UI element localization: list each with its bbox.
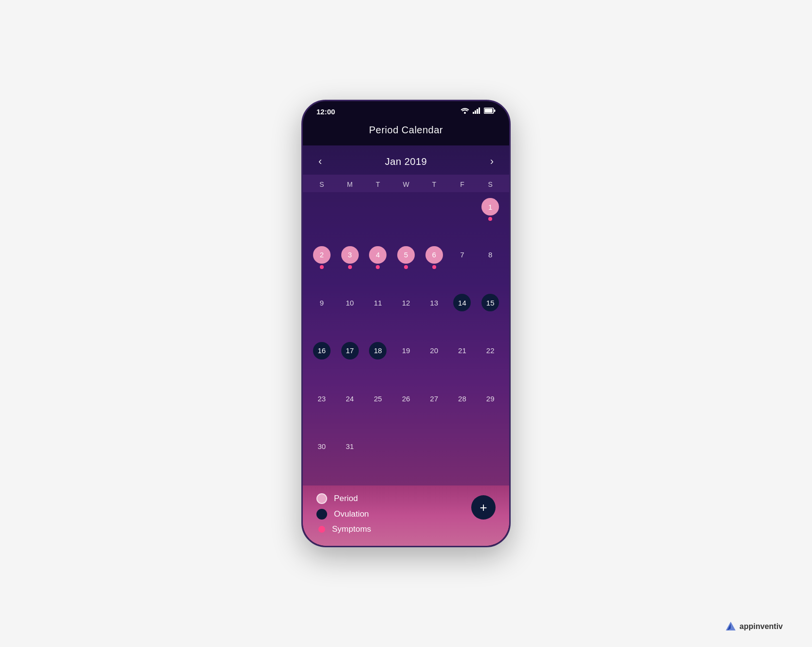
day-header-mon: M bbox=[336, 179, 364, 190]
symptoms-dot-icon bbox=[318, 526, 325, 533]
calendar-day[interactable]: 13 bbox=[420, 291, 448, 339]
day-number: 15 bbox=[481, 294, 499, 311]
calendar-day[interactable]: 6 bbox=[420, 243, 448, 291]
calendar-day[interactable]: 22 bbox=[476, 339, 504, 387]
prev-month-button[interactable]: ‹ bbox=[314, 153, 326, 170]
day-number: 20 bbox=[425, 342, 443, 359]
day-headers: S M T W T F S bbox=[303, 175, 509, 192]
calendar-day bbox=[392, 195, 420, 243]
calendar-day[interactable]: 19 bbox=[392, 339, 420, 387]
svg-rect-4 bbox=[479, 108, 480, 114]
symptoms-indicator bbox=[376, 265, 380, 269]
month-nav: ‹ Jan 2019 › bbox=[303, 145, 509, 175]
status-icons bbox=[461, 107, 496, 116]
day-number: 31 bbox=[341, 438, 359, 455]
period-label: Period bbox=[334, 494, 358, 503]
calendar-day[interactable]: 27 bbox=[420, 387, 448, 435]
calendar-day bbox=[308, 195, 336, 243]
day-number: 23 bbox=[313, 390, 331, 407]
day-number: 7 bbox=[453, 246, 471, 264]
day-number: 24 bbox=[341, 390, 359, 407]
day-header-thu: T bbox=[420, 179, 448, 190]
status-time: 12:00 bbox=[316, 108, 335, 116]
wifi-icon bbox=[461, 108, 469, 115]
calendar-day[interactable]: 29 bbox=[476, 387, 504, 435]
calendar-day[interactable]: 16 bbox=[308, 339, 336, 387]
calendar-day[interactable]: 20 bbox=[420, 339, 448, 387]
symptoms-indicator bbox=[320, 265, 324, 269]
calendar-day[interactable]: 5 bbox=[392, 243, 420, 291]
phone-frame: 12:00 bbox=[301, 100, 511, 547]
calendar-day[interactable]: 31 bbox=[336, 435, 364, 483]
plus-icon: + bbox=[480, 501, 487, 514]
day-number: 16 bbox=[313, 342, 331, 359]
day-header-wed: W bbox=[392, 179, 420, 190]
brand-icon bbox=[725, 621, 737, 632]
legend-item-period: Period bbox=[316, 493, 371, 504]
calendar-day bbox=[420, 195, 448, 243]
day-number: 18 bbox=[369, 342, 387, 359]
calendar-day[interactable]: 3 bbox=[336, 243, 364, 291]
calendar-grid: 1234567891011121314151617181920212223242… bbox=[303, 192, 509, 485]
day-number: 14 bbox=[453, 294, 471, 311]
calendar-day[interactable]: 23 bbox=[308, 387, 336, 435]
symptoms-indicator bbox=[488, 217, 492, 221]
calendar-day[interactable]: 24 bbox=[336, 387, 364, 435]
day-number: 22 bbox=[481, 342, 499, 359]
calendar-day[interactable]: 11 bbox=[364, 291, 392, 339]
day-number: 9 bbox=[313, 294, 331, 311]
phone-screen: 12:00 bbox=[303, 101, 509, 546]
day-header-tue: T bbox=[364, 179, 392, 190]
day-number: 25 bbox=[369, 390, 387, 407]
calendar-day[interactable]: 2 bbox=[308, 243, 336, 291]
calendar-day[interactable]: 12 bbox=[392, 291, 420, 339]
legend-area: Period Ovulation Symptoms + bbox=[303, 485, 509, 546]
calendar-day bbox=[364, 195, 392, 243]
next-month-button[interactable]: › bbox=[486, 153, 498, 170]
add-button[interactable]: + bbox=[471, 495, 496, 520]
calendar-day bbox=[336, 195, 364, 243]
calendar-day bbox=[448, 195, 477, 243]
calendar-day[interactable]: 7 bbox=[448, 243, 477, 291]
period-dot-icon bbox=[316, 493, 327, 504]
calendar-day[interactable]: 21 bbox=[448, 339, 477, 387]
status-bar: 12:00 bbox=[303, 101, 509, 120]
legend-item-ovulation: Ovulation bbox=[316, 509, 371, 520]
ovulation-dot-icon bbox=[316, 509, 327, 520]
calendar-day[interactable]: 25 bbox=[364, 387, 392, 435]
day-number: 6 bbox=[425, 246, 443, 264]
signal-icon bbox=[472, 108, 481, 115]
symptoms-indicator bbox=[348, 265, 352, 269]
calendar-day[interactable]: 9 bbox=[308, 291, 336, 339]
calendar-day[interactable]: 18 bbox=[364, 339, 392, 387]
day-number: 2 bbox=[313, 246, 331, 264]
day-number: 1 bbox=[481, 198, 499, 216]
day-number: 17 bbox=[341, 342, 359, 359]
calendar-day[interactable]: 1 bbox=[476, 195, 504, 243]
page-wrapper: 12:00 bbox=[0, 0, 812, 647]
calendar-day[interactable]: 15 bbox=[476, 291, 504, 339]
day-number: 26 bbox=[397, 390, 415, 407]
day-number: 10 bbox=[341, 294, 359, 311]
calendar-day[interactable]: 4 bbox=[364, 243, 392, 291]
calendar-day[interactable]: 17 bbox=[336, 339, 364, 387]
svg-point-0 bbox=[464, 112, 466, 114]
symptoms-indicator bbox=[432, 265, 436, 269]
app-header: Period Calendar bbox=[303, 120, 509, 145]
calendar-day[interactable]: 30 bbox=[308, 435, 336, 483]
svg-rect-7 bbox=[494, 109, 496, 112]
day-number: 30 bbox=[313, 438, 331, 455]
calendar-day[interactable]: 26 bbox=[392, 387, 420, 435]
brand-name: appinventiv bbox=[739, 622, 783, 631]
svg-rect-1 bbox=[473, 112, 474, 114]
calendar-day[interactable]: 14 bbox=[448, 291, 477, 339]
ovulation-label: Ovulation bbox=[334, 509, 369, 519]
calendar-day[interactable]: 10 bbox=[336, 291, 364, 339]
day-number: 4 bbox=[369, 246, 387, 264]
calendar-day[interactable]: 8 bbox=[476, 243, 504, 291]
day-header-sat: S bbox=[476, 179, 504, 190]
calendar-container: ‹ Jan 2019 › S M T W T F S 12345678 bbox=[303, 145, 509, 485]
day-number: 21 bbox=[453, 342, 471, 359]
calendar-day[interactable]: 28 bbox=[448, 387, 477, 435]
battery-icon bbox=[484, 107, 496, 116]
